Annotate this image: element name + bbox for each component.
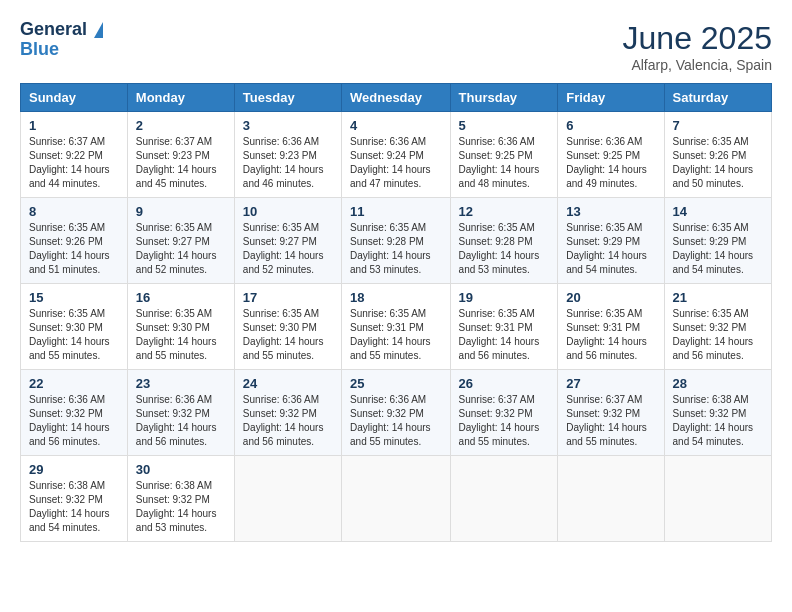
calendar-cell: 8Sunrise: 6:35 AMSunset: 9:26 PMDaylight… bbox=[21, 198, 128, 284]
calendar-cell: 25Sunrise: 6:36 AMSunset: 9:32 PMDayligh… bbox=[342, 370, 451, 456]
day-number: 27 bbox=[566, 376, 655, 391]
day-number: 29 bbox=[29, 462, 119, 477]
calendar-cell: 3Sunrise: 6:36 AMSunset: 9:23 PMDaylight… bbox=[234, 112, 341, 198]
day-info: Sunrise: 6:35 AMSunset: 9:26 PMDaylight:… bbox=[29, 221, 119, 277]
calendar-cell bbox=[558, 456, 664, 542]
day-number: 30 bbox=[136, 462, 226, 477]
day-header-friday: Friday bbox=[558, 84, 664, 112]
day-number: 6 bbox=[566, 118, 655, 133]
calendar-cell: 16Sunrise: 6:35 AMSunset: 9:30 PMDayligh… bbox=[127, 284, 234, 370]
day-info: Sunrise: 6:36 AMSunset: 9:32 PMDaylight:… bbox=[243, 393, 333, 449]
calendar-cell: 10Sunrise: 6:35 AMSunset: 9:27 PMDayligh… bbox=[234, 198, 341, 284]
month-title: June 2025 bbox=[623, 20, 772, 57]
calendar-cell: 6Sunrise: 6:36 AMSunset: 9:25 PMDaylight… bbox=[558, 112, 664, 198]
calendar-cell: 1Sunrise: 6:37 AMSunset: 9:22 PMDaylight… bbox=[21, 112, 128, 198]
day-number: 3 bbox=[243, 118, 333, 133]
day-number: 28 bbox=[673, 376, 763, 391]
logo-subtext: Blue bbox=[20, 40, 103, 60]
calendar-cell: 15Sunrise: 6:35 AMSunset: 9:30 PMDayligh… bbox=[21, 284, 128, 370]
calendar-cell: 28Sunrise: 6:38 AMSunset: 9:32 PMDayligh… bbox=[664, 370, 771, 456]
calendar-cell: 7Sunrise: 6:35 AMSunset: 9:26 PMDaylight… bbox=[664, 112, 771, 198]
calendar-cell bbox=[234, 456, 341, 542]
calendar-cell: 9Sunrise: 6:35 AMSunset: 9:27 PMDaylight… bbox=[127, 198, 234, 284]
day-number: 1 bbox=[29, 118, 119, 133]
logo: General Blue bbox=[20, 20, 103, 60]
day-number: 26 bbox=[459, 376, 550, 391]
day-info: Sunrise: 6:35 AMSunset: 9:31 PMDaylight:… bbox=[350, 307, 442, 363]
calendar-header-row: SundayMondayTuesdayWednesdayThursdayFrid… bbox=[21, 84, 772, 112]
calendar-week-2: 8Sunrise: 6:35 AMSunset: 9:26 PMDaylight… bbox=[21, 198, 772, 284]
day-number: 9 bbox=[136, 204, 226, 219]
day-number: 5 bbox=[459, 118, 550, 133]
calendar-cell bbox=[664, 456, 771, 542]
day-number: 18 bbox=[350, 290, 442, 305]
calendar-table: SundayMondayTuesdayWednesdayThursdayFrid… bbox=[20, 83, 772, 542]
calendar-cell: 5Sunrise: 6:36 AMSunset: 9:25 PMDaylight… bbox=[450, 112, 558, 198]
calendar-cell bbox=[342, 456, 451, 542]
logo-text: General bbox=[20, 20, 103, 40]
day-header-monday: Monday bbox=[127, 84, 234, 112]
day-info: Sunrise: 6:35 AMSunset: 9:31 PMDaylight:… bbox=[566, 307, 655, 363]
day-number: 10 bbox=[243, 204, 333, 219]
day-info: Sunrise: 6:35 AMSunset: 9:30 PMDaylight:… bbox=[29, 307, 119, 363]
day-number: 14 bbox=[673, 204, 763, 219]
calendar-cell: 12Sunrise: 6:35 AMSunset: 9:28 PMDayligh… bbox=[450, 198, 558, 284]
calendar-cell bbox=[450, 456, 558, 542]
calendar-cell: 23Sunrise: 6:36 AMSunset: 9:32 PMDayligh… bbox=[127, 370, 234, 456]
day-header-tuesday: Tuesday bbox=[234, 84, 341, 112]
day-number: 11 bbox=[350, 204, 442, 219]
calendar-cell: 21Sunrise: 6:35 AMSunset: 9:32 PMDayligh… bbox=[664, 284, 771, 370]
calendar-week-5: 29Sunrise: 6:38 AMSunset: 9:32 PMDayligh… bbox=[21, 456, 772, 542]
day-number: 16 bbox=[136, 290, 226, 305]
day-info: Sunrise: 6:35 AMSunset: 9:28 PMDaylight:… bbox=[459, 221, 550, 277]
location-title: Alfarp, Valencia, Spain bbox=[623, 57, 772, 73]
calendar-cell: 30Sunrise: 6:38 AMSunset: 9:32 PMDayligh… bbox=[127, 456, 234, 542]
day-number: 2 bbox=[136, 118, 226, 133]
day-number: 24 bbox=[243, 376, 333, 391]
day-info: Sunrise: 6:36 AMSunset: 9:32 PMDaylight:… bbox=[136, 393, 226, 449]
day-number: 23 bbox=[136, 376, 226, 391]
day-number: 8 bbox=[29, 204, 119, 219]
day-number: 19 bbox=[459, 290, 550, 305]
day-info: Sunrise: 6:35 AMSunset: 9:27 PMDaylight:… bbox=[136, 221, 226, 277]
day-info: Sunrise: 6:35 AMSunset: 9:31 PMDaylight:… bbox=[459, 307, 550, 363]
calendar-cell: 14Sunrise: 6:35 AMSunset: 9:29 PMDayligh… bbox=[664, 198, 771, 284]
day-header-saturday: Saturday bbox=[664, 84, 771, 112]
day-info: Sunrise: 6:36 AMSunset: 9:32 PMDaylight:… bbox=[350, 393, 442, 449]
day-number: 22 bbox=[29, 376, 119, 391]
calendar-cell: 27Sunrise: 6:37 AMSunset: 9:32 PMDayligh… bbox=[558, 370, 664, 456]
calendar-cell: 13Sunrise: 6:35 AMSunset: 9:29 PMDayligh… bbox=[558, 198, 664, 284]
day-info: Sunrise: 6:38 AMSunset: 9:32 PMDaylight:… bbox=[136, 479, 226, 535]
day-info: Sunrise: 6:35 AMSunset: 9:30 PMDaylight:… bbox=[136, 307, 226, 363]
day-info: Sunrise: 6:35 AMSunset: 9:26 PMDaylight:… bbox=[673, 135, 763, 191]
day-number: 21 bbox=[673, 290, 763, 305]
day-info: Sunrise: 6:35 AMSunset: 9:32 PMDaylight:… bbox=[673, 307, 763, 363]
day-header-thursday: Thursday bbox=[450, 84, 558, 112]
day-number: 4 bbox=[350, 118, 442, 133]
calendar-cell: 20Sunrise: 6:35 AMSunset: 9:31 PMDayligh… bbox=[558, 284, 664, 370]
calendar-week-3: 15Sunrise: 6:35 AMSunset: 9:30 PMDayligh… bbox=[21, 284, 772, 370]
calendar-cell: 29Sunrise: 6:38 AMSunset: 9:32 PMDayligh… bbox=[21, 456, 128, 542]
calendar-cell: 22Sunrise: 6:36 AMSunset: 9:32 PMDayligh… bbox=[21, 370, 128, 456]
day-number: 25 bbox=[350, 376, 442, 391]
calendar-cell: 18Sunrise: 6:35 AMSunset: 9:31 PMDayligh… bbox=[342, 284, 451, 370]
day-info: Sunrise: 6:37 AMSunset: 9:22 PMDaylight:… bbox=[29, 135, 119, 191]
calendar-cell: 19Sunrise: 6:35 AMSunset: 9:31 PMDayligh… bbox=[450, 284, 558, 370]
day-number: 17 bbox=[243, 290, 333, 305]
calendar-cell: 4Sunrise: 6:36 AMSunset: 9:24 PMDaylight… bbox=[342, 112, 451, 198]
day-number: 7 bbox=[673, 118, 763, 133]
day-info: Sunrise: 6:35 AMSunset: 9:27 PMDaylight:… bbox=[243, 221, 333, 277]
calendar-week-4: 22Sunrise: 6:36 AMSunset: 9:32 PMDayligh… bbox=[21, 370, 772, 456]
day-number: 20 bbox=[566, 290, 655, 305]
day-number: 12 bbox=[459, 204, 550, 219]
calendar-week-1: 1Sunrise: 6:37 AMSunset: 9:22 PMDaylight… bbox=[21, 112, 772, 198]
calendar-cell: 24Sunrise: 6:36 AMSunset: 9:32 PMDayligh… bbox=[234, 370, 341, 456]
day-info: Sunrise: 6:37 AMSunset: 9:23 PMDaylight:… bbox=[136, 135, 226, 191]
day-info: Sunrise: 6:36 AMSunset: 9:25 PMDaylight:… bbox=[459, 135, 550, 191]
day-info: Sunrise: 6:35 AMSunset: 9:29 PMDaylight:… bbox=[673, 221, 763, 277]
title-section: June 2025 Alfarp, Valencia, Spain bbox=[623, 20, 772, 73]
day-info: Sunrise: 6:35 AMSunset: 9:30 PMDaylight:… bbox=[243, 307, 333, 363]
day-info: Sunrise: 6:36 AMSunset: 9:25 PMDaylight:… bbox=[566, 135, 655, 191]
day-info: Sunrise: 6:37 AMSunset: 9:32 PMDaylight:… bbox=[459, 393, 550, 449]
day-info: Sunrise: 6:36 AMSunset: 9:23 PMDaylight:… bbox=[243, 135, 333, 191]
